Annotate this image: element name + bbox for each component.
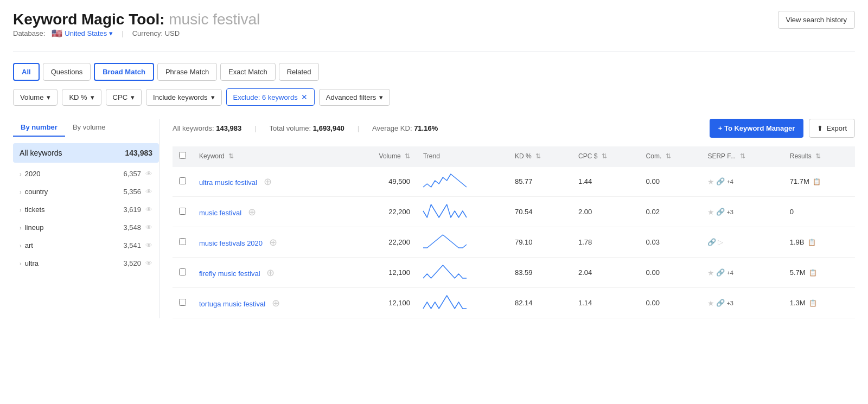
keyword-tabs: All Questions Broad Match Phrase Match E… [13,63,855,81]
sort-icon: ⇅ [602,152,607,160]
list-item[interactable]: ›ultra 3,520👁 [13,254,159,272]
add-to-list-button[interactable]: ⊕ [248,207,256,217]
export-button[interactable]: ⬆ Export [809,119,855,138]
sidebar-all-count: 143,983 [125,149,152,157]
table-row: tortuga music festival ⊕ 12,100 82.14 1.… [173,288,855,318]
row-checkbox-cell [173,227,193,258]
keyword-cell: firefly music festival ⊕ [193,258,345,288]
volume-cell: 22,200 [345,227,417,258]
sparkline [423,294,467,310]
exclude-keywords-filter[interactable]: Exclude: 6 keywords ✕ [226,88,315,106]
results-cell: 1.3M 📋 [783,288,855,318]
com-cell: 0.00 [640,288,701,318]
keyword-link[interactable]: ultra music festival [199,178,257,187]
country-selector[interactable]: 🇺🇸 United States ▾ [52,28,113,39]
list-item[interactable]: ›lineup 3,548👁 [13,219,159,236]
tab-related[interactable]: Related [279,63,320,81]
sidebar-tab-by-number[interactable]: By number [13,119,65,137]
avg-kd-stat: Average KD: 71.16% [372,124,438,132]
eye-icon[interactable]: 👁 [145,259,152,267]
trend-cell [417,288,508,318]
advanced-filters[interactable]: Advanced filters ▾ [319,89,391,106]
tab-exact-match[interactable]: Exact Match [220,63,276,81]
add-to-list-button[interactable]: ⊕ [264,176,272,187]
com-cell: 0.02 [640,197,701,227]
add-to-list-button[interactable]: ⊕ [266,267,275,278]
doc-icon: 📋 [813,178,821,185]
close-icon[interactable]: ✕ [301,93,308,101]
serp-cell: ★🔗+3 [701,288,783,318]
row-checkbox[interactable] [179,177,186,184]
row-checkbox[interactable] [179,208,186,215]
serp-cell: ★🔗+4 [701,258,783,288]
tab-questions[interactable]: Questions [43,63,91,81]
kd-filter[interactable]: KD % ▾ [62,89,101,106]
chevron-down-icon: ▾ [47,93,50,101]
view-history-button[interactable]: View search history [778,11,855,29]
keyword-link[interactable]: firefly music festival [199,270,260,278]
keyword-manager-button[interactable]: + To Keyword Manager [710,119,804,138]
country-name: United States [65,29,107,37]
tab-all[interactable]: All [13,63,40,81]
cpc-filter[interactable]: CPC ▾ [106,89,142,106]
kd-cell: 79.10 [508,227,572,258]
row-checkbox[interactable] [179,299,186,306]
row-checkbox[interactable] [179,268,186,275]
th-volume[interactable]: Volume ⇅ [345,146,417,166]
select-all-checkbox[interactable] [179,152,186,159]
link-icon: 🔗 [716,299,725,307]
sidebar-all-keywords[interactable]: All keywords 143,983 [13,143,159,163]
chevron-right-icon: › [20,189,22,195]
keyword-link[interactable]: tortuga music festival [199,300,265,308]
cpc-cell: 2.00 [572,197,640,227]
keyword-link[interactable]: music festival [199,209,241,217]
sparkline [423,173,467,188]
results-cell: 0 [783,197,855,227]
results-value: 1.3M [790,299,806,307]
row-checkbox[interactable] [179,238,186,245]
advanced-filters-label: Advanced filters [326,93,376,101]
th-kd[interactable]: KD % ⇅ [508,146,572,166]
cpc-cell: 1.44 [572,166,640,197]
volume-filter[interactable]: Volume ▾ [13,89,58,106]
list-item[interactable]: ›2020 6,357👁 [13,165,159,183]
chevron-right-icon: › [20,242,22,249]
link-icon: 🔗 [716,268,725,277]
serp-cell: ★🔗+4 [701,166,783,197]
link-icon: 🔗 [716,208,725,216]
th-com[interactable]: Com. ⇅ [640,146,701,166]
sidebar-tab-by-volume[interactable]: By volume [65,119,113,137]
results-cell: 1.9B 📋 [783,227,855,258]
eye-icon[interactable]: 👁 [145,188,152,196]
list-item[interactable]: ›art 3,541👁 [13,236,159,254]
results-value: 71.7M [790,177,809,185]
sidebar-keyword-list: ›2020 6,357👁 ›country 5,356👁 ›tickets 3,… [13,165,159,272]
eye-icon[interactable]: 👁 [145,223,152,232]
cpc-filter-label: CPC [113,93,127,101]
tab-broad-match[interactable]: Broad Match [94,63,154,81]
sidebar-all-label: All keywords [20,149,62,157]
sidebar-tabs: By number By volume [13,119,159,137]
eye-icon[interactable]: 👁 [145,170,152,178]
add-to-list-button[interactable]: ⊕ [272,298,280,309]
list-item[interactable]: ›tickets 3,619👁 [13,201,159,219]
table-row: music festivals 2020 ⊕ 22,200 79.10 1.78… [173,227,855,258]
th-keyword[interactable]: Keyword ⇅ [193,146,345,166]
eye-icon[interactable]: 👁 [145,206,152,214]
database-label: Database: [13,29,45,37]
eye-icon[interactable]: 👁 [145,241,152,249]
keyword-link[interactable]: music festivals 2020 [199,239,263,247]
th-trend: Trend [417,146,508,166]
tab-phrase-match[interactable]: Phrase Match [157,63,217,81]
circle-icon: ▷ [718,238,723,246]
th-results[interactable]: Results ⇅ [783,146,855,166]
include-keywords-filter[interactable]: Include keywords ▾ [146,89,221,106]
total-volume-stat: Total volume: 1,693,940 [270,124,344,132]
kd-filter-label: KD % [69,93,87,101]
list-item[interactable]: ›country 5,356👁 [13,183,159,201]
th-serp[interactable]: SERP F... ⇅ [701,146,783,166]
th-cpc[interactable]: CPC $ ⇅ [572,146,640,166]
add-to-list-button[interactable]: ⊕ [269,237,277,248]
trend-cell [417,227,508,258]
cpc-cell: 2.04 [572,258,640,288]
